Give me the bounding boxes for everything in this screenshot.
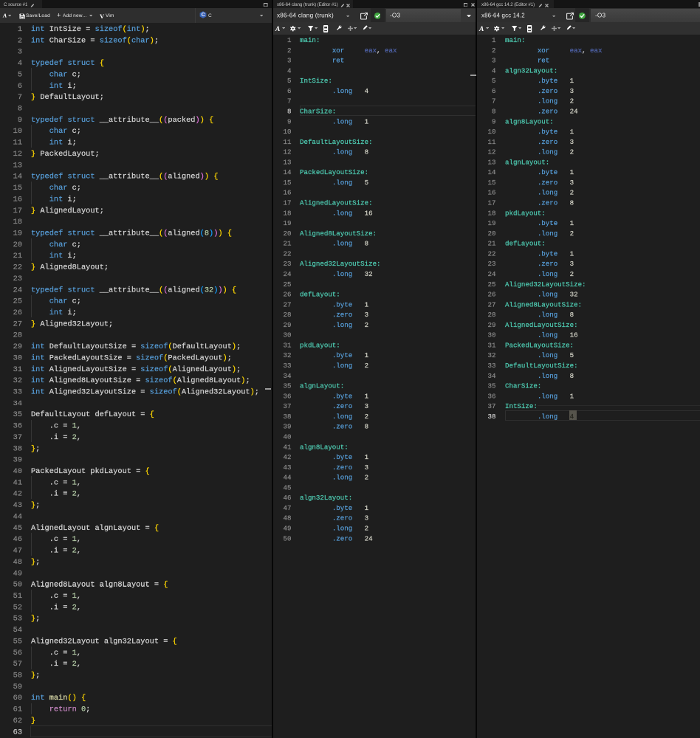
svg-text:C: C	[201, 13, 205, 18]
